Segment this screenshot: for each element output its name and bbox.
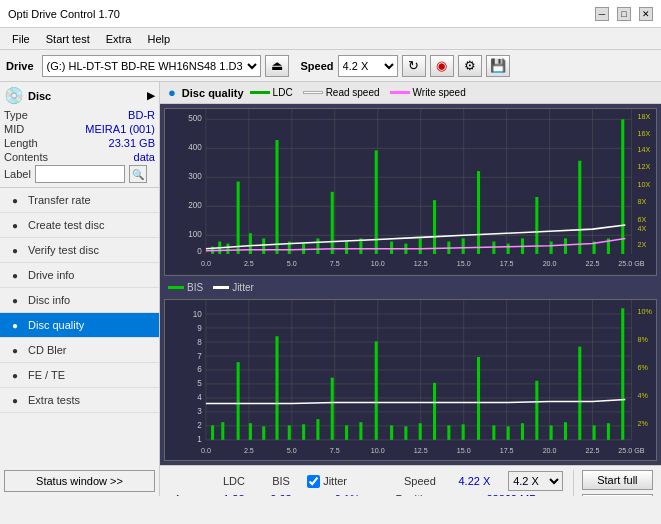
sidebar-item-extra-tests[interactable]: ● Extra tests: [0, 388, 159, 413]
stats-table: LDC BIS Jitter Speed 4.22 X: [168, 470, 573, 496]
svg-rect-125: [249, 423, 252, 440]
disc-contents-row: Contents data: [4, 151, 155, 163]
cd-bler-icon: ●: [8, 343, 22, 357]
svg-text:16X: 16X: [638, 129, 651, 138]
svg-text:7.5: 7.5: [330, 446, 340, 455]
disc-label-input[interactable]: [35, 165, 125, 183]
col-speed-header: Speed: [390, 470, 451, 492]
menu-extra[interactable]: Extra: [98, 31, 140, 47]
svg-rect-137: [419, 423, 422, 440]
svg-rect-46: [237, 181, 240, 253]
sidebar-item-cd-bler[interactable]: ● CD Bler: [0, 338, 159, 363]
sidebar-item-create-test-disc[interactable]: ● Create test disc: [0, 213, 159, 238]
sidebar-item-drive-info[interactable]: ● Drive info: [0, 263, 159, 288]
bis-legend-color: [168, 286, 184, 289]
svg-text:5.0: 5.0: [287, 259, 297, 268]
chart-ldc-svg: 500 400 300 200 100 0 18X 16X 14X 12X 10…: [165, 109, 656, 275]
disc-extra-icon: ▶: [147, 90, 155, 101]
fe-te-icon: ●: [8, 368, 22, 382]
menu-file[interactable]: File: [4, 31, 38, 47]
window-controls: ─ □ ✕: [595, 7, 653, 21]
maximize-button[interactable]: □: [617, 7, 631, 21]
svg-text:1: 1: [197, 435, 202, 444]
refresh-button[interactable]: ↻: [402, 55, 426, 77]
legend-read-speed-label: Read speed: [326, 87, 380, 98]
svg-text:2X: 2X: [638, 240, 647, 249]
disc-label-row: Label 🔍: [4, 165, 155, 183]
svg-rect-148: [578, 346, 581, 439]
eject-button[interactable]: ⏏: [265, 55, 289, 77]
speed-label: Speed: [301, 60, 334, 72]
svg-rect-52: [316, 238, 319, 254]
menubar: File Start test Extra Help: [0, 28, 661, 50]
col-empty: [168, 470, 207, 492]
svg-text:0: 0: [197, 247, 202, 256]
svg-rect-123: [221, 422, 224, 440]
disc-panel: 💿 Disc ▶ Type BD-R MID MEIRA1 (001) Leng…: [0, 82, 159, 188]
svg-text:5: 5: [197, 379, 202, 388]
drive-info-icon: ●: [8, 268, 22, 282]
sidebar-item-disc-quality[interactable]: ● Disc quality: [0, 313, 159, 338]
legend-read-speed-color: [303, 91, 323, 94]
svg-text:2.5: 2.5: [244, 259, 254, 268]
scan-button[interactable]: ◉: [430, 55, 454, 77]
svg-text:8X: 8X: [638, 197, 647, 206]
sidebar-item-verify-test-disc[interactable]: ● Verify test disc: [0, 238, 159, 263]
status-window-button[interactable]: Status window >>: [4, 470, 155, 492]
jitter-checkbox[interactable]: [307, 475, 320, 488]
disc-contents-value: data: [134, 151, 155, 163]
extra-tests-icon: ●: [8, 393, 22, 407]
chart-legend: LDC Read speed Write speed: [250, 87, 466, 98]
svg-rect-69: [564, 238, 567, 254]
start-part-button[interactable]: Start part: [582, 494, 653, 496]
settings-button[interactable]: ⚙: [458, 55, 482, 77]
avg-jitter: -0.1%: [301, 492, 389, 496]
chart-bis: 10 9 8 7 6 5 4 3 2 1 10% 8% 6% 4% 2%: [164, 299, 657, 462]
close-button[interactable]: ✕: [639, 7, 653, 21]
svg-rect-146: [550, 425, 553, 440]
legend-ldc-color: [250, 91, 270, 94]
toolbar: Drive (G:) HL-DT-ST BD-RE WH16NS48 1.D3 …: [0, 50, 661, 82]
start-full-button[interactable]: Start full: [582, 470, 653, 490]
content-title: Disc quality: [182, 87, 244, 99]
legend-write-speed-color: [390, 91, 410, 94]
stats-row-avg: Avg 1.38 0.03 -0.1% Position 23862 MB: [168, 492, 573, 496]
sidebar-item-disc-info[interactable]: ● Disc info: [0, 288, 159, 313]
svg-text:15.0: 15.0: [457, 446, 471, 455]
svg-text:12.5: 12.5: [414, 446, 428, 455]
content-area: ● Disc quality LDC Read speed Write spee…: [160, 82, 661, 496]
svg-text:22.5: 22.5: [586, 446, 600, 455]
svg-text:25.0 GB: 25.0 GB: [618, 446, 644, 455]
svg-rect-56: [375, 150, 378, 254]
speed-select[interactable]: 4.2 X: [338, 55, 398, 77]
svg-text:500: 500: [188, 114, 202, 123]
svg-text:2.5: 2.5: [244, 446, 254, 455]
nav-label-create-test-disc: Create test disc: [28, 219, 104, 231]
disc-mid-label: MID: [4, 123, 24, 135]
content-header: ● Disc quality LDC Read speed Write spee…: [160, 82, 661, 104]
stats-area: LDC BIS Jitter Speed 4.22 X: [160, 465, 661, 496]
svg-rect-150: [607, 423, 610, 440]
sidebar-item-fe-te[interactable]: ● FE / TE: [0, 363, 159, 388]
svg-rect-63: [477, 171, 480, 254]
sidebar-item-transfer-rate[interactable]: ● Transfer rate: [0, 188, 159, 213]
svg-text:5.0: 5.0: [287, 446, 297, 455]
svg-rect-145: [535, 380, 538, 439]
svg-text:2%: 2%: [638, 418, 649, 427]
transfer-rate-icon: ●: [8, 193, 22, 207]
svg-text:100: 100: [188, 230, 202, 239]
drive-select[interactable]: (G:) HL-DT-ST BD-RE WH16NS48 1.D3: [42, 55, 261, 77]
save-button[interactable]: 💾: [486, 55, 510, 77]
svg-text:20.0: 20.0: [543, 446, 557, 455]
svg-rect-133: [359, 422, 362, 440]
svg-text:300: 300: [188, 172, 202, 181]
menu-start-test[interactable]: Start test: [38, 31, 98, 47]
titlebar: Opti Drive Control 1.70 ─ □ ✕: [0, 0, 661, 28]
minimize-button[interactable]: ─: [595, 7, 609, 21]
svg-rect-130: [316, 419, 319, 440]
col-jitter-check: Jitter: [301, 470, 389, 492]
disc-header: Disc: [28, 90, 51, 102]
disc-label-button[interactable]: 🔍: [129, 165, 147, 183]
menu-help[interactable]: Help: [139, 31, 178, 47]
stats-speed-select[interactable]: 4.2 X: [508, 471, 563, 491]
